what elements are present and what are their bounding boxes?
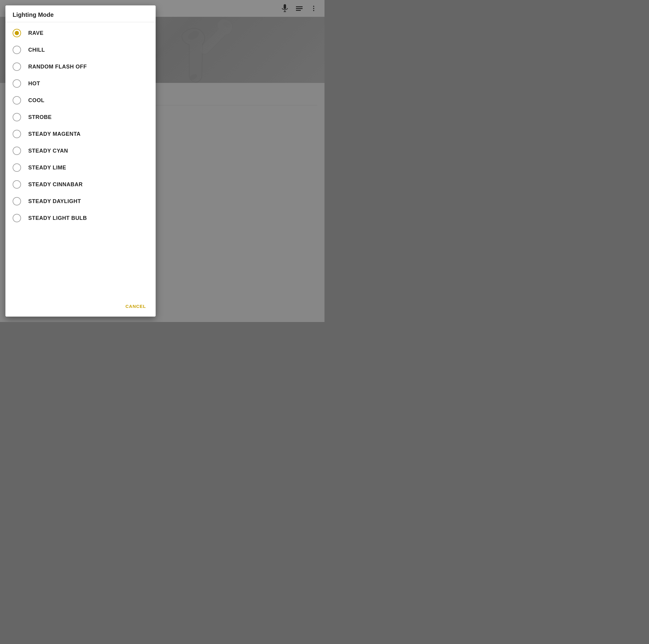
option-row[interactable]: STEADY LIME xyxy=(5,159,156,176)
radio-steady_light_bulb xyxy=(13,214,21,222)
radio-steady_lime xyxy=(13,164,21,172)
option-label-random_flash_off: RANDOM FLASH OFF xyxy=(28,64,87,70)
radio-hot xyxy=(13,79,21,88)
option-row[interactable]: STEADY DAYLIGHT xyxy=(5,193,156,210)
radio-strobe xyxy=(13,113,21,121)
option-label-steady_cinnabar: STEADY CINNABAR xyxy=(28,181,83,188)
option-row[interactable]: STEADY LIGHT BULB xyxy=(5,210,156,227)
option-label-steady_magenta: STEADY MAGENTA xyxy=(28,131,81,137)
radio-steady_daylight xyxy=(13,197,21,205)
dialog-actions: CANCEL xyxy=(5,298,156,314)
option-row[interactable]: STEADY CYAN xyxy=(5,142,156,159)
option-label-strobe: STROBE xyxy=(28,114,52,121)
option-label-steady_light_bulb: STEADY LIGHT BULB xyxy=(28,215,87,221)
option-row[interactable]: STEADY CINNABAR xyxy=(5,176,156,193)
radio-inner xyxy=(15,31,19,35)
option-row[interactable]: HOT xyxy=(5,75,156,92)
option-label-chill: CHILL xyxy=(28,47,45,53)
radio-cool xyxy=(13,96,21,104)
option-label-steady_lime: STEADY LIME xyxy=(28,165,66,171)
option-label-rave: RAVE xyxy=(28,30,44,36)
option-label-hot: HOT xyxy=(28,81,40,87)
options-list: RAVECHILLRANDOM FLASH OFFHOTCOOLSTROBEST… xyxy=(5,22,156,298)
option-row[interactable]: RANDOM FLASH OFF xyxy=(5,58,156,75)
lighting-mode-dialog: Lighting Mode RAVECHILLRANDOM FLASH OFFH… xyxy=(5,5,156,317)
option-label-steady_daylight: STEADY DAYLIGHT xyxy=(28,198,81,204)
dialog-title: Lighting Mode xyxy=(5,5,156,22)
radio-chill xyxy=(13,46,21,54)
option-label-steady_cyan: STEADY CYAN xyxy=(28,148,68,154)
option-row[interactable]: CHILL xyxy=(5,41,156,58)
option-label-cool: COOL xyxy=(28,97,44,104)
radio-rave xyxy=(13,29,21,37)
option-row[interactable]: STROBE xyxy=(5,109,156,126)
option-row[interactable]: RAVE xyxy=(5,25,156,41)
radio-steady_magenta xyxy=(13,130,21,138)
option-row[interactable]: STEADY MAGENTA xyxy=(5,126,156,142)
radio-steady_cinnabar xyxy=(13,180,21,189)
radio-random_flash_off xyxy=(13,62,21,71)
option-row[interactable]: COOL xyxy=(5,92,156,109)
radio-steady_cyan xyxy=(13,147,21,155)
cancel-button[interactable]: CANCEL xyxy=(121,301,151,312)
